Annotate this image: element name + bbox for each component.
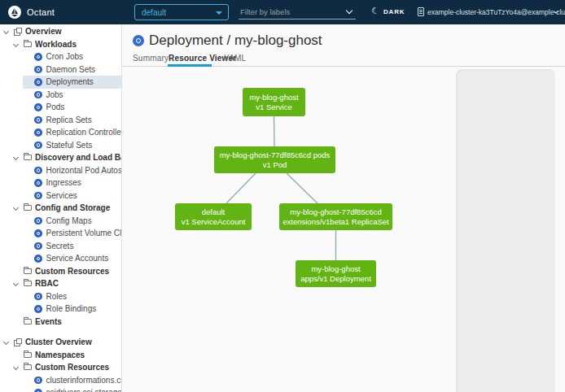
sidebar-item-secrets[interactable]: Secrets [0, 240, 121, 253]
folder-icon [24, 155, 32, 160]
node-title: my-blog-ghost [249, 93, 298, 102]
sidebar-item-replica-sets[interactable]: Replica Sets [0, 114, 121, 127]
node-title: my-blog-ghost-77df85c6cd [290, 207, 381, 217]
k8s-resource-icon [34, 91, 42, 99]
k8s-resource-icon [34, 217, 42, 225]
folder-icon [24, 364, 32, 370]
overview-icon [14, 28, 21, 35]
dark-mode-toggle[interactable]: DARK [383, 8, 405, 15]
sidebar-item-label: Namespaces [35, 351, 85, 359]
sidebar-item-label: Stateful Sets [46, 141, 93, 150]
cluster-context-selector[interactable]: example-cluster-ka3TuTzYo4a@example-clus… [427, 8, 565, 16]
sidebar-item-roles[interactable]: Roles [0, 290, 121, 303]
graph-edge [274, 116, 275, 146]
folder-icon [24, 268, 32, 274]
chevron-down-icon[interactable] [13, 281, 19, 286]
sidebar-item-cluster-overview[interactable]: Cluster Overview [0, 336, 121, 349]
sidebar-item-rbac[interactable]: RBAC [0, 277, 121, 290]
sidebar-item-label: csidrivers.csi.storage.k8s.io [46, 388, 123, 392]
sidebar-item-label: Config Maps [46, 216, 92, 225]
sidebar-item-persistent-volume-claims[interactable]: Persistent Volume Claims [0, 227, 121, 240]
sidebar-item-horizontal-pod-autoscalers[interactable]: Horizontal Pod Autoscalers [0, 164, 121, 177]
top-bar: Octant default Filter by labels ☾ DARK e… [0, 0, 565, 24]
tab-summary[interactable]: Summary [133, 54, 169, 63]
sidebar-item-config-maps[interactable]: Config Maps [0, 215, 121, 228]
chevron-down-icon[interactable] [13, 364, 19, 370]
node-subtitle: v1 ServiceAccount [182, 217, 246, 227]
node-title: my-blog-ghost [311, 264, 360, 274]
overview-icon [14, 338, 21, 346]
sidebar-item-label: Secrets [46, 242, 74, 250]
sidebar-item-service-accounts[interactable]: Service Accounts [0, 252, 121, 265]
chevron-down-icon[interactable] [346, 7, 353, 14]
sidebar-item-label: Events [35, 317, 62, 326]
k8s-resource-icon [34, 128, 42, 137]
sidebar-item-services[interactable]: Services [0, 189, 121, 203]
deployment-icon [133, 35, 144, 46]
node-title: my-blog-ghost-77df85c6cd pods [220, 150, 331, 160]
sidebar-item-label: Config and Storage [35, 203, 110, 212]
chevron-down-icon[interactable] [13, 155, 19, 160]
k8s-resource-icon [34, 389, 42, 392]
namespace-selector[interactable]: default [134, 4, 229, 20]
chevron-down-icon[interactable] [13, 205, 19, 211]
sidebar-item-daemon-sets[interactable]: Daemon Sets [0, 63, 121, 76]
k8s-resource-icon [34, 103, 42, 111]
node-subtitle: v1 Pod [263, 160, 287, 170]
k8s-resource-icon [34, 179, 42, 187]
moon-icon[interactable]: ☾ [371, 6, 379, 16]
sidebar-item-namespaces[interactable]: Namespaces [0, 349, 121, 362]
sidebar-item-role-bindings[interactable]: Role Bindings [0, 303, 121, 316]
sidebar-item-config-and-storage[interactable]: Config and Storage [0, 202, 121, 215]
tab-yaml[interactable]: YAML [224, 54, 246, 63]
main-content: Deployment / my-blog-ghost SummaryResour… [122, 24, 565, 392]
chevron-down-icon[interactable] [13, 41, 19, 47]
sidebar-item-label: Role Bindings [46, 304, 97, 313]
sidebar-item-cron-jobs[interactable]: Cron Jobs [0, 50, 121, 63]
node-subtitle: apps/v1 Deployment [300, 274, 371, 284]
sidebar-item-deployments[interactable]: Deployments [0, 76, 121, 89]
graph-edge [226, 173, 256, 203]
sidebar-item-label: Replication Controllers [46, 128, 123, 137]
sidebar-item-clusterinformations-crd-projec[interactable]: clusterinformations.crd.projec [0, 374, 121, 387]
graph-node-replicaset[interactable]: my-blog-ghost-77df85c6cdextensions/v1bet… [279, 203, 392, 230]
resource-viewer-graph: my-blog-ghostv1 Servicemy-blog-ghost-77d… [122, 68, 565, 392]
graph-node-serviceaccount[interactable]: defaultv1 ServiceAccount [175, 203, 252, 230]
sidebar-item-label: Replica Sets [46, 115, 92, 124]
graph-node-pod[interactable]: my-blog-ghost-77df85c6cd podsv1 Pod [214, 146, 335, 173]
active-tab-underline [168, 64, 212, 67]
sidebar-item-jobs[interactable]: Jobs [0, 89, 121, 102]
sidebar-item-events[interactable]: Events [0, 316, 121, 329]
graph-node-deployment[interactable]: my-blog-ghostapps/v1 Deployment [296, 260, 376, 287]
sidebar-item-workloads[interactable]: Workloads [0, 38, 121, 51]
sidebar-item-csidrivers-csi-storage-k8s-io[interactable]: csidrivers.csi.storage.k8s.io [0, 386, 121, 392]
sidebar-item-label: Horizontal Pod Autoscalers [46, 166, 123, 175]
sidebar-item-overview[interactable]: Overview [0, 25, 121, 38]
chevron-down-icon[interactable] [3, 339, 9, 345]
chevron-down-icon[interactable] [3, 28, 9, 34]
folder-icon [24, 319, 32, 324]
k8s-resource-icon [34, 242, 42, 250]
sidebar-item-replication-controllers[interactable]: Replication Controllers [0, 126, 121, 139]
sidebar-item-pods[interactable]: Pods [0, 101, 121, 114]
sidebar-item-custom-resources[interactable]: Custom Resources [0, 361, 121, 374]
k8s-resource-icon [34, 255, 42, 263]
sidebar-item-ingresses[interactable]: Ingresses [0, 176, 121, 189]
sidebar-item-discovery-and-load-balancing[interactable]: Discovery and Load Balancing [0, 151, 121, 164]
sidebar-item-stateful-sets[interactable]: Stateful Sets [0, 139, 121, 152]
k8s-resource-icon [34, 229, 42, 237]
document-icon [418, 7, 424, 16]
folder-icon [24, 205, 32, 211]
k8s-resource-icon [34, 53, 42, 61]
brand-title: Octant [27, 7, 55, 17]
k8s-resource-icon [34, 78, 42, 86]
sidebar-item-label: Jobs [46, 90, 64, 99]
label-filter-input[interactable]: Filter by labels [240, 7, 290, 16]
sidebar-item-label: Pods [46, 102, 65, 111]
sidebar-item-custom-resources[interactable]: Custom Resources [0, 265, 121, 278]
caret-down-icon [216, 11, 222, 15]
graph-node-service[interactable]: my-blog-ghostv1 Service [243, 88, 305, 116]
k8s-resource-icon [34, 116, 42, 124]
sidebar-nav: OverviewWorkloadsCron JobsDaemon SetsDep… [0, 24, 122, 392]
k8s-resource-icon [34, 142, 42, 150]
